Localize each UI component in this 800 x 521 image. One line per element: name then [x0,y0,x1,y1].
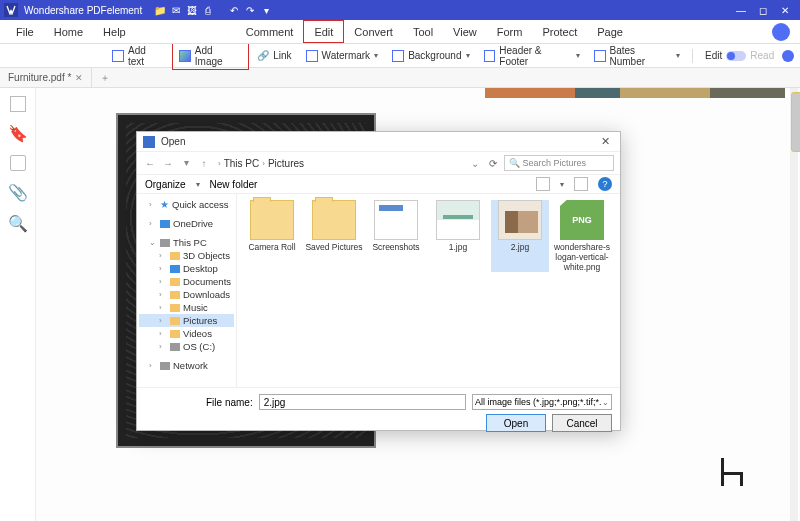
file-item[interactable]: 1.jpg [429,200,487,272]
tree-network[interactable]: ›Network [139,359,234,372]
folder-icon [170,330,180,338]
folder-icon [170,278,180,286]
file-item[interactable]: Screenshots [367,200,425,272]
tab-close-icon[interactable]: ✕ [75,73,83,83]
file-item[interactable]: Saved Pictures [305,200,363,272]
pc-icon [160,239,170,247]
file-item[interactable]: wondershare-slogan-vertical-white.png [553,200,611,272]
filename-input[interactable] [259,394,466,410]
tree-videos[interactable]: ›Videos [139,327,234,340]
tree-quick-access[interactable]: ›★Quick access [139,198,234,211]
file-list[interactable]: Camera Roll Saved Pictures Screenshots 1… [237,194,620,387]
menu-convert[interactable]: Convert [344,20,403,43]
tree-this-pc[interactable]: ⌄This PC [139,236,234,249]
link-button[interactable]: 🔗Link [251,48,297,63]
quickaccess-dropdown-icon[interactable]: ▾ [258,0,274,20]
nav-back-icon[interactable]: ← [143,158,157,169]
mail-icon[interactable]: ✉ [168,0,184,20]
tree-desktop[interactable]: ›Desktop [139,262,234,275]
tree-onedrive[interactable]: ›OneDrive [139,217,234,230]
menubar: File Home Help Comment Edit Convert Tool… [0,20,800,44]
annotations-icon[interactable] [10,155,26,171]
menu-file[interactable]: File [6,20,44,43]
attachment-icon[interactable]: 📎 [8,183,28,202]
edit-mode-toggle[interactable]: EditRead [699,48,780,63]
dialog-toolbar: Organize▾ New folder ▾ ? [137,174,620,194]
refresh-icon[interactable]: ⟳ [486,158,500,169]
watermark-icon [306,50,318,62]
folder-icon [170,317,180,325]
new-folder-button[interactable]: New folder [210,179,258,190]
folder-tree[interactable]: ›★Quick access ›OneDrive ⌄This PC ›3D Ob… [137,194,237,387]
document-tab[interactable]: Furniture.pdf *✕ [0,68,92,87]
tree-documents[interactable]: ›Documents [139,275,234,288]
preview-pane-button[interactable] [574,177,588,191]
link-icon: 🔗 [257,50,269,61]
nav-history-icon[interactable]: ▾ [179,157,193,168]
search-icon[interactable]: 🔍 [8,214,28,233]
header-footer-button[interactable]: Header & Footer▾ [478,43,586,69]
bookmark-icon[interactable]: 🔖 [8,124,28,143]
tree-pictures[interactable]: ›Pictures [139,314,234,327]
bates-number-button[interactable]: Bates Number▾ [588,43,686,69]
view-mode-button[interactable] [536,177,550,191]
scrollbar-thumb[interactable] [791,92,800,152]
open-button[interactable]: Open [486,414,546,432]
folder-icon [170,304,180,312]
mode-switch-icon[interactable] [726,51,746,61]
dialog-close-button[interactable]: ✕ [596,135,614,148]
file-item[interactable]: Camera Roll [243,200,301,272]
open-icon[interactable]: 📁 [152,0,168,20]
bates-icon [594,50,606,62]
nav-up-icon[interactable]: ↑ [197,158,211,169]
user-avatar-icon[interactable] [772,23,790,41]
breadcrumb[interactable]: › This PC › Pictures [215,158,304,169]
text-icon [112,50,124,62]
view-dropdown-icon[interactable]: ▾ [560,180,564,189]
minimize-button[interactable]: — [730,5,752,16]
vertical-scrollbar[interactable] [790,88,798,521]
options-icon[interactable] [782,50,794,62]
add-image-button[interactable]: Add Image [172,42,249,70]
crumb-dropdown-icon[interactable]: ⌄ [468,158,482,169]
close-button[interactable]: ✕ [774,5,796,16]
folder-icon [312,200,356,240]
menu-home[interactable]: Home [44,20,93,43]
new-tab-button[interactable]: ＋ [92,71,118,85]
network-icon [160,362,170,370]
cancel-button[interactable]: Cancel [552,414,612,432]
dialog-app-icon [143,136,155,148]
watermark-button[interactable]: Watermark▾ [300,48,385,64]
menu-page[interactable]: Page [587,20,633,43]
menu-form[interactable]: Form [487,20,533,43]
thumbnails-icon[interactable] [10,96,26,112]
tree-music[interactable]: ›Music [139,301,234,314]
dialog-search-input[interactable]: 🔍 Search Pictures [504,155,614,171]
organize-button[interactable]: Organize [145,179,186,190]
menu-view[interactable]: View [443,20,487,43]
redo-icon[interactable]: ↷ [242,0,258,20]
maximize-button[interactable]: ◻ [752,5,774,16]
file-filter-select[interactable]: All image files (*.jpg;*.png;*.tif;*.⌄ [472,394,612,410]
tree-3d-objects[interactable]: ›3D Objects [139,249,234,262]
picture-icon [179,50,191,62]
nav-forward-icon[interactable]: → [161,158,175,169]
menu-tool[interactable]: Tool [403,20,443,43]
folder-icon [250,200,294,240]
undo-icon[interactable]: ↶ [226,0,242,20]
tree-downloads[interactable]: ›Downloads [139,288,234,301]
menu-edit[interactable]: Edit [303,20,344,43]
print-icon[interactable]: ⎙ [200,0,216,20]
menu-help[interactable]: Help [93,20,136,43]
organize-dropdown-icon[interactable]: ▾ [196,180,200,189]
image-icon[interactable]: 🖼 [184,0,200,20]
file-item-selected[interactable]: 2.jpg [491,200,549,272]
menu-comment[interactable]: Comment [236,20,304,43]
tree-os-c[interactable]: ›OS (C:) [139,340,234,353]
folder-icon [170,265,180,273]
file-open-dialog: Open ✕ ← → ▾ ↑ › This PC › Pictures ⌄ ⟳ … [136,131,621,431]
menu-protect[interactable]: Protect [532,20,587,43]
add-text-button[interactable]: Add text [106,43,170,69]
help-icon[interactable]: ? [598,177,612,191]
background-button[interactable]: Background▾ [386,48,475,64]
